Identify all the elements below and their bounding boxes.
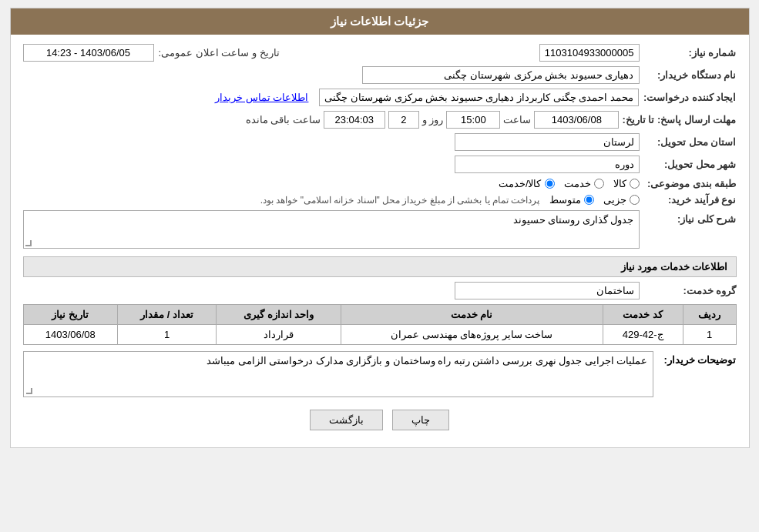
tabaqe-row: طبقه بندی موضوعی: کالا خدمت کالا/خدمت: [23, 178, 737, 189]
buttons-row: چاپ بازگشت: [23, 410, 737, 430]
grohe-row: گروه خدمت: ساختمان: [23, 282, 737, 299]
th-kod: کد خدمت: [603, 305, 683, 325]
grohe-value: ساختمان: [455, 282, 640, 299]
cell-radif: 1: [683, 325, 736, 345]
mohlat-date: 1403/06/08: [534, 111, 619, 129]
tabaqe-label: طبقه بندی موضوعی:: [644, 178, 737, 189]
th-nam: نام خدمت: [341, 305, 603, 325]
page-title: جزئیات اطلاعات نیاز: [331, 15, 428, 28]
ijad-row: ایجاد کننده درخواست: محمد احمدی چگنی کار…: [23, 89, 737, 106]
shrh-label: شرح کلی نیاز:: [644, 210, 737, 225]
tabaqe-kala-radio[interactable]: [630, 179, 640, 189]
resize-handle-shrh: [25, 240, 32, 246]
noeFarayand-options: جزیی متوسط پرداخت تمام یا بخشی از مبلغ خ…: [260, 194, 640, 206]
tabaqe-khedmat-label: خدمت: [564, 178, 591, 189]
ijadKonande-label: ایجاد کننده درخواست:: [643, 92, 737, 103]
back-button[interactable]: بازگشت: [310, 410, 383, 430]
ostan-value: لرستان: [455, 133, 640, 151]
namDastgah-value: دهیاری حسیوند بخش مرکزی شهرستان چگنی: [362, 66, 640, 84]
shrh-wrapper: جدول گذاری روستای حسیوند: [23, 210, 640, 249]
ettelaat-link[interactable]: اطلاعات تماس خریدار: [215, 92, 308, 103]
th-tarikh: تاریخ نیاز: [23, 305, 118, 325]
resize-handle-desc: [26, 388, 32, 394]
noeFar-mota-radio[interactable]: [584, 195, 594, 205]
tarikho-saat-value: 1403/06/05 - 14:23: [23, 44, 154, 62]
noeFarayand-label: نوع فرآیند خرید:: [644, 194, 737, 206]
print-button[interactable]: چاپ: [392, 410, 449, 430]
th-vahed: واحد اندازه گیری: [217, 305, 341, 325]
namdastgah-row: نام دستگاه خریدار: دهیاری حسیوند بخش مرک…: [23, 66, 737, 84]
tabaqe-kala-label: کالا: [613, 178, 626, 189]
shomareNiaz-label: شماره نیاز:: [644, 47, 737, 59]
table-row: 1 ج-42-429 ساخت سایر پروژه‌های مهندسی عم…: [23, 325, 736, 345]
tabaqe-kala-khedmat: کالا/خدمت: [499, 178, 555, 189]
niaz-announce-row: شماره نیاز: 1103104933000005 تاریخ و ساع…: [23, 44, 737, 62]
cell-nam: ساخت سایر پروژه‌های مهندسی عمران: [341, 325, 603, 345]
shahr-value: دوره: [455, 156, 640, 173]
ostan-row: استان محل تحویل: لرستان: [23, 133, 737, 151]
content-area: شماره نیاز: 1103104933000005 تاریخ و ساع…: [11, 35, 749, 447]
mohlat-roz: 2: [388, 111, 419, 129]
noeFar-mota-label: متوسط: [549, 194, 581, 206]
shomareNiaz-value: 1103104933000005: [539, 44, 640, 62]
page-header: جزئیات اطلاعات نیاز: [11, 8, 749, 35]
mohlat-baqi-label: ساعت باقی مانده: [246, 114, 321, 125]
desc-label: توضیحات خریدار:: [660, 351, 737, 366]
mohlat-baqi: 23:04:03: [324, 111, 385, 129]
mohlat-saat: 15:00: [446, 111, 500, 129]
namDastgah-label: نام دستگاه خریدار:: [644, 69, 737, 81]
th-tedad: تعداد / مقدار: [118, 305, 217, 325]
desc-row: توضیحات خریدار: عملیات اجرایی جدول نهری …: [23, 351, 737, 397]
shahr-label: شهر محل تحویل:: [644, 159, 737, 170]
tabaqe-kala: کالا: [613, 178, 640, 189]
noeFar-jazee: جزیی: [603, 194, 640, 206]
services-section-title: اطلاعات خدمات مورد نیاز: [23, 256, 737, 277]
cell-kod: ج-42-429: [603, 325, 683, 345]
mohlat-label: مهلت ارسال پاسخ: تا تاریخ:: [622, 114, 736, 125]
payment-text: پرداخت تمام یا بخشی از مبلغ خریداز محل "…: [260, 195, 540, 206]
main-container: جزئیات اطلاعات نیاز شماره نیاز: 11031049…: [10, 8, 750, 448]
cell-tedad: 1: [118, 325, 217, 345]
tabaqe-kalakhedmat-radio[interactable]: [545, 179, 555, 189]
services-table: ردیف کد خدمت نام خدمت واحد اندازه گیری ت…: [23, 304, 737, 345]
shahr-row: شهر محل تحویل: دوره: [23, 156, 737, 173]
desc-value: عملیات اجرایی جدول نهری بررسی داشتن رتبه…: [23, 351, 653, 397]
shrh-value: جدول گذاری روستای حسیوند: [23, 210, 640, 249]
tabaqe-khedmat-radio[interactable]: [594, 179, 604, 189]
mohlat-roz-label: روز و: [422, 114, 444, 125]
tarikho-saat-label: تاریخ و ساعت اعلان عمومی:: [159, 47, 280, 59]
noeFar-jazee-label: جزیی: [603, 194, 626, 206]
th-radif: ردیف: [683, 305, 736, 325]
tabaqe-khedmat: خدمت: [564, 178, 604, 189]
cell-vahed: قرارداد: [217, 325, 341, 345]
noeFar-mota: متوسط: [549, 194, 594, 206]
noeFar-jazee-radio[interactable]: [630, 195, 640, 205]
shrh-row: شرح کلی نیاز: جدول گذاری روستای حسیوند: [23, 210, 737, 249]
grohe-label: گروه خدمت:: [644, 285, 737, 296]
ostan-label: استان محل تحویل:: [644, 136, 737, 148]
mohlat-saat-label: ساعت: [503, 114, 531, 125]
tabaqe-kalakhedmat-label: کالا/خدمت: [499, 178, 542, 189]
tabaqe-options: کالا خدمت کالا/خدمت: [499, 178, 640, 189]
noefar-row: نوع فرآیند خرید: جزیی متوسط پرداخت تمام …: [23, 194, 737, 206]
cell-tarikh: 1403/06/08: [23, 325, 118, 345]
ijadKonande-value: محمد احمدی چگنی کاربرداز دهیاری حسیوند ب…: [319, 89, 639, 106]
desc-text: عملیات اجرایی جدول نهری بررسی داشتن رتبه…: [207, 355, 648, 366]
mohlat-row: مهلت ارسال پاسخ: تا تاریخ: 1403/06/08 سا…: [23, 111, 737, 129]
